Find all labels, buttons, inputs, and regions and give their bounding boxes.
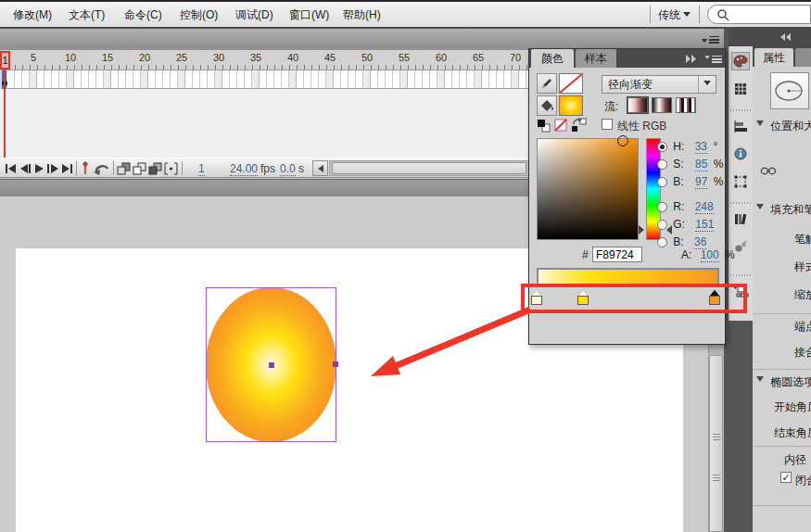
- brightness-value[interactable]: 97: [695, 175, 707, 189]
- panel-flyout-icon[interactable]: [685, 55, 698, 63]
- default-colors-icon[interactable]: [537, 119, 551, 135]
- transform-icon[interactable]: [731, 172, 750, 191]
- green-radio[interactable]: [657, 220, 667, 230]
- panel-menu-caret-icon[interactable]: [702, 39, 707, 45]
- gradient-center-handle[interactable]: [269, 362, 274, 368]
- constrain-link-icon[interactable]: [760, 165, 777, 180]
- onion-skin-button[interactable]: [133, 160, 146, 176]
- color-picker-marker[interactable]: [617, 135, 628, 146]
- dropdown-divider: [698, 76, 699, 93]
- tab-next-clipped[interactable]: [795, 48, 811, 67]
- red-value[interactable]: 248: [695, 200, 714, 214]
- blue-row: B: 36: [657, 235, 706, 248]
- menu-item-window[interactable]: 窗口(W): [285, 6, 333, 23]
- info-icon[interactable]: [731, 145, 750, 163]
- menu-item-text[interactable]: 文本(T): [65, 6, 108, 23]
- swatches-icon[interactable]: [731, 80, 750, 98]
- linear-rgb-checkbox[interactable]: [602, 119, 613, 130]
- alpha-value[interactable]: 100: [701, 248, 719, 262]
- frame-rate-unit: fps: [260, 162, 275, 175]
- flow-reflect-button[interactable]: [652, 97, 672, 113]
- align-icon[interactable]: [731, 117, 750, 135]
- center-frame-button[interactable]: [117, 160, 131, 176]
- edit-multiple-frames-button[interactable]: [164, 160, 178, 176]
- section-position-size[interactable]: 位置和大小: [756, 119, 811, 134]
- fill-color-button[interactable]: [537, 95, 557, 116]
- saturation-value[interactable]: 85: [695, 158, 707, 171]
- ruler-number: 55: [399, 52, 410, 63]
- close-path-checkbox[interactable]: ✓: [780, 472, 792, 483]
- hscroll-left-arrow[interactable]: [312, 160, 328, 176]
- green-value[interactable]: 151: [695, 218, 714, 232]
- ruler-number: 30: [213, 52, 224, 63]
- label-stroke: 笔触: [794, 232, 811, 247]
- playhead-indicator[interactable]: 1: [0, 51, 10, 70]
- saturation-radio[interactable]: [657, 159, 667, 170]
- menu-item-control[interactable]: 控制(O): [176, 6, 222, 23]
- workspace-switcher[interactable]: 传统: [658, 7, 680, 23]
- section-fill-stroke[interactable]: 填充和笔触: [756, 202, 811, 218]
- color-panel-menu-icon[interactable]: [703, 55, 722, 63]
- green-row: G: 151: [657, 218, 714, 231]
- loop-playback-icon[interactable]: [92, 162, 112, 178]
- current-frame-value[interactable]: 1: [198, 162, 205, 176]
- menu-item-debug[interactable]: 调试(D): [232, 6, 277, 23]
- gradient-type-dropdown[interactable]: 径向渐变: [602, 75, 716, 94]
- search-input[interactable]: [732, 7, 808, 21]
- menu-item-command[interactable]: 命令(C): [120, 6, 166, 23]
- hue-value[interactable]: 33: [695, 140, 707, 154]
- panel-divider: [754, 369, 811, 370]
- library-icon[interactable]: [731, 209, 750, 228]
- hex-color-input[interactable]: [592, 247, 642, 262]
- chevron-down-icon[interactable]: [683, 12, 691, 20]
- chevron-down-icon: [703, 81, 711, 89]
- tab-swatches[interactable]: 样本: [576, 49, 616, 68]
- panel-menu-icon[interactable]: [709, 36, 719, 44]
- frame-rate-value[interactable]: 24.00: [230, 162, 258, 176]
- fill-color-swatch[interactable]: [559, 95, 583, 116]
- stroke-color-swatch[interactable]: [559, 73, 583, 94]
- panel-divider: [754, 505, 811, 506]
- onion-marker-icon[interactable]: [82, 161, 89, 178]
- go-last-frame-button[interactable]: [59, 160, 73, 176]
- search-box[interactable]: [707, 5, 811, 24]
- go-first-frame-button[interactable]: [4, 160, 18, 176]
- hue-radio[interactable]: [657, 142, 667, 152]
- ruler-number: 70: [510, 52, 521, 63]
- play-button[interactable]: [32, 160, 45, 176]
- hue-unit: °: [713, 140, 717, 153]
- section-label: 椭圆选项: [770, 375, 811, 388]
- red-radio[interactable]: [657, 202, 667, 212]
- hue-arrow-left-icon[interactable]: [639, 225, 649, 234]
- collapse-panels-icon[interactable]: [777, 33, 791, 41]
- gradient-type-value: 径向渐变: [602, 77, 698, 93]
- label-style: 样式: [794, 260, 811, 275]
- step-forward-button[interactable]: [45, 160, 59, 176]
- onion-outline-button[interactable]: [148, 160, 162, 176]
- blue-radio[interactable]: [657, 237, 667, 247]
- stroke-color-button[interactable]: [537, 73, 557, 94]
- step-back-button[interactable]: [18, 160, 32, 176]
- swap-colors-icon[interactable]: [571, 118, 587, 135]
- no-color-icon[interactable]: [554, 119, 567, 134]
- gradient-radius-handle[interactable]: [333, 361, 338, 367]
- hscrollbar-thumb[interactable]: [332, 162, 526, 174]
- flow-repeat-button[interactable]: [676, 97, 696, 113]
- playhead-line[interactable]: [4, 70, 6, 158]
- menu-bar: 修改(M) 文本(T) 命令(C) 控制(O) 调试(D) 窗口(W) 帮助(H…: [0, 0, 811, 29]
- color-palette-icon[interactable]: [731, 52, 750, 70]
- search-icon: [716, 8, 730, 22]
- hue-row: H: 33 °: [657, 140, 717, 153]
- controls-divider: [113, 161, 114, 175]
- blue-value[interactable]: 36: [694, 235, 706, 249]
- flow-extend-button[interactable]: [627, 97, 648, 113]
- brightness-radio[interactable]: [657, 177, 667, 187]
- tab-color[interactable]: 颜色: [531, 49, 574, 68]
- stage-vscrollbar-thumb[interactable]: [709, 355, 723, 532]
- flow-label: 流:: [604, 99, 618, 115]
- saturation-brightness-picker[interactable]: [537, 138, 639, 240]
- menu-item-help[interactable]: 帮助(H): [339, 6, 385, 23]
- tab-properties[interactable]: 属性: [754, 48, 793, 67]
- menu-item-modify[interactable]: 修改(M): [9, 6, 56, 23]
- section-ellipse-options[interactable]: 椭圆选项: [756, 374, 811, 390]
